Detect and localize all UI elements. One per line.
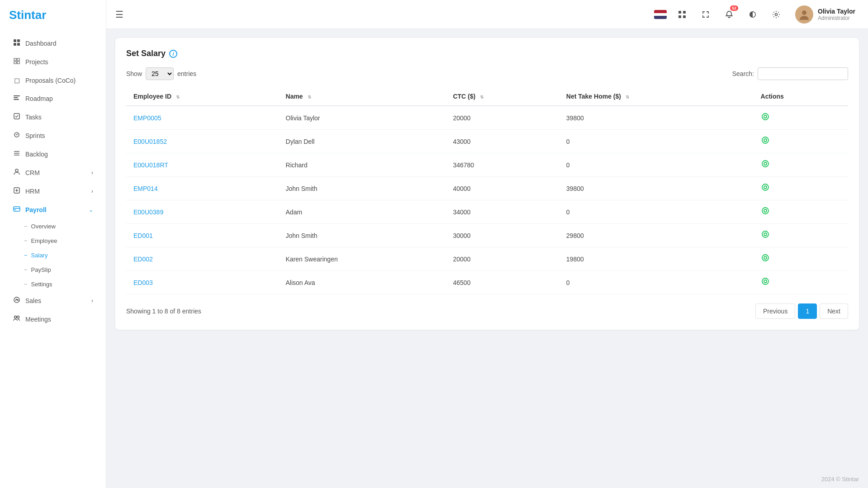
apps-icon[interactable] (674, 6, 690, 23)
logo: Stintar (0, 0, 106, 30)
svg-point-34 (762, 184, 768, 190)
info-icon[interactable]: i (169, 50, 177, 58)
show-entries: Show 10 25 50 100 entries (126, 67, 196, 80)
cell-actions (754, 130, 848, 153)
sidebar-item-projects[interactable]: Projects (4, 53, 102, 71)
user-name: Olivia Taylor (818, 8, 855, 15)
view-action-icon[interactable] (761, 137, 770, 147)
svg-point-36 (762, 208, 768, 214)
svg-point-42 (762, 278, 768, 284)
avatar (795, 5, 813, 24)
language-flag-icon[interactable] (654, 10, 667, 19)
sidebar-label-tasks: Tasks (25, 114, 42, 121)
menu-toggle-icon[interactable]: ☰ (115, 9, 123, 20)
sub-employee[interactable]: Employee (4, 234, 102, 248)
view-action-icon[interactable] (761, 255, 770, 264)
view-action-icon[interactable] (761, 279, 770, 288)
sort-ctc-icon[interactable]: ⇅ (480, 95, 484, 99)
sidebar-item-meetings[interactable]: Meetings (4, 310, 102, 328)
cell-actions (754, 200, 848, 224)
sidebar-nav: Dashboard Projects ◻ Proposals (CoCo) Ro… (0, 30, 106, 488)
svg-rect-24 (678, 15, 681, 18)
sidebar-item-tasks[interactable]: Tasks (4, 108, 102, 126)
view-action-icon[interactable] (761, 208, 770, 217)
emp-id-link[interactable]: ED002 (133, 256, 153, 263)
sales-icon (13, 296, 21, 305)
cell-name: Richard (279, 153, 446, 177)
sidebar-item-backlog[interactable]: Backlog (4, 145, 102, 163)
cell-net-take-home: 0 (559, 153, 754, 177)
expand-icon[interactable] (697, 6, 714, 23)
page-1-button[interactable]: 1 (798, 303, 817, 319)
sub-salary[interactable]: Salary (4, 248, 102, 262)
svg-point-27 (802, 10, 806, 15)
pagination-area: Showing 1 to 8 of 8 entries Previous 1 N… (126, 303, 848, 319)
sidebar-item-crm[interactable]: CRM › (4, 164, 102, 182)
cell-actions (754, 247, 848, 271)
svg-point-39 (764, 233, 767, 236)
cell-name: Adam (279, 200, 446, 224)
col-ctc: CTC ($) ⇅ (446, 87, 559, 106)
page-header: Set Salary i (126, 49, 848, 58)
svg-rect-5 (14, 97, 18, 98)
sub-settings[interactable]: Settings (4, 277, 102, 291)
sub-payslip[interactable]: PaySlip (4, 263, 102, 277)
cell-name: Karen Swearingen (279, 247, 446, 271)
emp-id-link[interactable]: ED001 (133, 232, 153, 239)
crm-arrow: › (91, 170, 93, 176)
emp-id-link[interactable]: ED003 (133, 279, 153, 286)
svg-rect-11 (14, 155, 19, 156)
table-row: E00U0389Adam340000 (126, 200, 848, 224)
payroll-icon (13, 205, 21, 214)
sort-emp-id-icon[interactable]: ⇅ (176, 95, 180, 99)
next-button[interactable]: Next (820, 303, 848, 319)
settings-gear-icon[interactable] (768, 6, 784, 23)
dark-mode-icon[interactable] (745, 6, 761, 23)
sidebar-item-sprints[interactable]: Sprints (4, 127, 102, 145)
emp-id-link[interactable]: EMP0005 (133, 114, 161, 122)
previous-button[interactable]: Previous (755, 303, 795, 319)
sub-overview[interactable]: Overview (4, 219, 102, 233)
svg-rect-25 (683, 15, 686, 18)
sort-net-icon[interactable]: ⇅ (626, 95, 629, 99)
col-actions: Actions (754, 87, 848, 106)
sidebar-item-hrm[interactable]: HRM › (4, 182, 102, 200)
sidebar-item-sales[interactable]: Sales › (4, 292, 102, 310)
svg-rect-1 (17, 39, 20, 42)
view-action-icon[interactable] (761, 232, 770, 241)
sidebar-item-dashboard[interactable]: Dashboard (4, 34, 102, 52)
showing-text: Showing 1 to 8 of 8 entries (126, 308, 201, 315)
sidebar-label-meetings: Meetings (25, 316, 51, 323)
footer-text: 2024 © Stintar (821, 476, 859, 483)
emp-id-link[interactable]: E00U01852 (133, 138, 167, 145)
cell-net-take-home: 19800 (559, 247, 754, 271)
sub-payslip-label: PaySlip (31, 266, 51, 273)
user-profile[interactable]: Olivia Taylor Administrator (792, 4, 859, 25)
cell-ctc: 40000 (446, 177, 559, 200)
sidebar-label-projects: Projects (25, 58, 48, 66)
cell-emp-id: EMP0005 (126, 106, 279, 130)
sidebar-item-proposals[interactable]: ◻ Proposals (CoCo) (4, 71, 102, 89)
cell-net-take-home: 39800 (559, 177, 754, 200)
table-row: ED001John Smith3000029800 (126, 224, 848, 247)
cell-net-take-home: 0 (559, 271, 754, 294)
emp-id-link[interactable]: E00U0389 (133, 208, 163, 216)
emp-id-link[interactable]: E00U018RT (133, 161, 168, 169)
sidebar-label-crm: CRM (25, 169, 40, 176)
sort-name-icon[interactable]: ⇅ (308, 95, 311, 99)
header-icons: 52 Olivia Taylor Administrator (654, 4, 859, 25)
sidebar-item-roadmap[interactable]: Roadmap (4, 90, 102, 108)
emp-id-link[interactable]: EMP014 (133, 185, 158, 192)
sidebar-item-payroll[interactable]: Payroll ⌄ (4, 201, 102, 219)
dashboard-icon (13, 39, 21, 48)
view-action-icon[interactable] (761, 185, 770, 194)
footer: 2024 © Stintar (106, 470, 868, 488)
cell-ctc: 46500 (446, 271, 559, 294)
view-action-icon[interactable] (761, 114, 770, 123)
view-action-icon[interactable] (761, 161, 770, 170)
search-input[interactable] (758, 67, 848, 80)
cell-ctc: 43000 (446, 130, 559, 153)
notification-bell-icon[interactable]: 52 (721, 6, 737, 23)
entries-select[interactable]: 10 25 50 100 (146, 67, 174, 80)
svg-rect-2 (14, 43, 16, 46)
